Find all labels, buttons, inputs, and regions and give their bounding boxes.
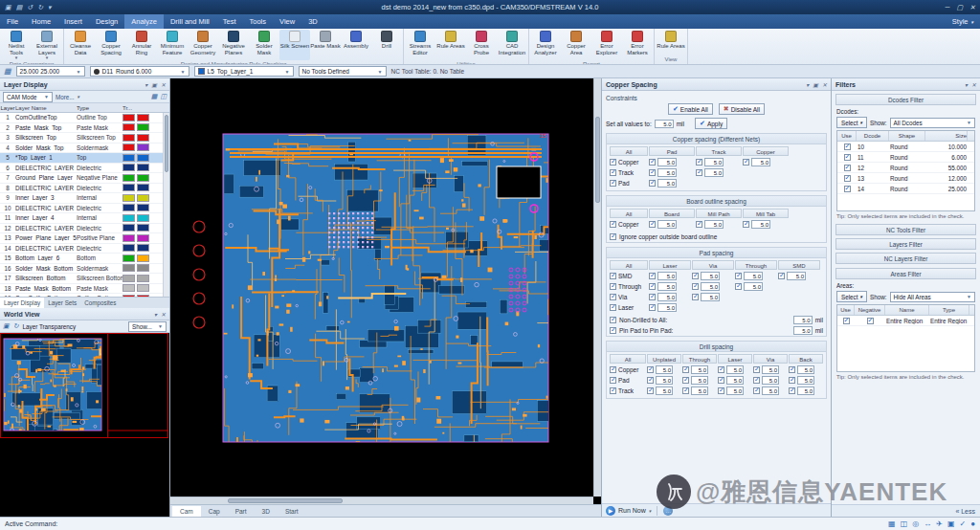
spacing-value-cell[interactable]: 5.0: [735, 272, 777, 280]
menu-item-test[interactable]: Test: [216, 14, 243, 29]
pin-pad-value-input[interactable]: 5.0: [793, 326, 813, 335]
layer-type[interactable]: Paste Mask: [77, 124, 122, 131]
dcode-row[interactable]: 11 Round 6.000: [837, 152, 974, 163]
layer-frame-color-swatch[interactable]: [137, 184, 149, 191]
spacing-value-cell[interactable]: 5.0: [696, 220, 742, 229]
spacing-value-cell[interactable]: 5.0: [735, 282, 777, 291]
layer-panel-tab[interactable]: Layer Display: [0, 298, 44, 308]
layer-row[interactable]: 14 DIELECTRIC_LAYER Dielectric: [0, 244, 169, 254]
checkbox[interactable]: [649, 221, 656, 228]
layer-name[interactable]: Paste_Mask_Bottom: [15, 285, 77, 292]
panel-close-icon[interactable]: ✕: [971, 81, 976, 88]
vertical-scrollbar[interactable]: [593, 78, 601, 497]
layer-type[interactable]: Silkscreen Bottom: [77, 275, 122, 281]
spacing-value-cell[interactable]: 5.0: [696, 158, 742, 166]
spacing-value-input[interactable]: 5.0: [726, 386, 744, 395]
spacing-value-input[interactable]: 5.0: [726, 365, 744, 374]
layer-color-swatch[interactable]: [122, 295, 135, 297]
matrix-column-header[interactable]: Pad: [649, 146, 695, 156]
layer-colors-icon[interactable]: ◫: [160, 93, 167, 100]
spacing-value-cell[interactable]: 5.0: [647, 376, 681, 385]
layer-frame-color-swatch[interactable]: [137, 264, 149, 272]
spacing-value-cell[interactable]: 5.0: [718, 365, 752, 374]
dcodes-filter-header[interactable]: Dcodes Filter: [835, 94, 976, 105]
menu-item-analyze[interactable]: Analyze: [124, 14, 164, 29]
menu-item-view[interactable]: View: [273, 14, 301, 29]
spacing-value-input[interactable]: 5.0: [797, 376, 814, 385]
dcode-row[interactable]: 13 Round 12.000: [837, 173, 974, 184]
layer-type[interactable]: Negative Plane: [77, 174, 122, 181]
spacing-value-cell[interactable]: 5.0: [682, 376, 717, 385]
layer-row[interactable]: 1 ComOutlineTop Outline Top: [0, 113, 169, 123]
apply-button[interactable]: ✔Apply: [695, 118, 727, 129]
checkbox[interactable]: [789, 366, 795, 373]
grid-settings-icon[interactable]: ▦: [4, 67, 11, 76]
spacing-value-cell[interactable]: 5.0: [649, 272, 691, 280]
layer-name[interactable]: Silkscreen_Bottom: [15, 275, 77, 281]
layer-panel-tab[interactable]: Layer Sets: [44, 298, 80, 308]
checkbox[interactable]: [743, 221, 749, 228]
checkbox[interactable]: [647, 387, 654, 394]
layer-row[interactable]: 11 Inner_Layer_4 Internal: [0, 213, 169, 224]
ignore-copper-outside-checkbox[interactable]: Ignore copper outside board outline: [607, 232, 826, 242]
matrix-column-header[interactable]: Unplated: [647, 354, 681, 364]
layer-color-swatch[interactable]: [122, 204, 135, 211]
checkbox[interactable]: [682, 366, 689, 373]
layer-frame-color-swatch[interactable]: [137, 224, 149, 232]
checkbox[interactable]: [647, 377, 654, 384]
spacing-value-input[interactable]: 5.0: [657, 272, 677, 280]
layer-transparency-label[interactable]: Layer Transparency: [23, 323, 77, 330]
layer-frame-color-swatch[interactable]: [137, 295, 149, 297]
checkbox[interactable]: [844, 165, 851, 171]
layer-frame-color-swatch[interactable]: [137, 123, 149, 131]
ribbon-button-cleanse-data[interactable]: Cleanse Data: [65, 30, 96, 60]
matrix-row-label[interactable]: Copper: [610, 221, 648, 228]
spacing-value-input[interactable]: 5.0: [726, 376, 744, 385]
spacing-value-cell[interactable]: 5.0: [682, 386, 717, 395]
layer-name[interactable]: ComOutlineTop: [15, 114, 77, 121]
column-header[interactable]: Type: [77, 105, 122, 111]
spacing-value-cell[interactable]: 5.0: [778, 272, 820, 280]
layer-color-swatch[interactable]: [122, 264, 135, 272]
style-menu[interactable]: Style: [952, 17, 969, 26]
spacing-value-input[interactable]: 5.0: [656, 365, 673, 374]
matrix-column-header[interactable]: Mill Tab: [743, 209, 789, 218]
checkbox[interactable]: [649, 273, 656, 279]
ribbon-button-streams-editor[interactable]: Streams Editor: [405, 30, 435, 60]
layer-color-swatch[interactable]: [122, 244, 135, 252]
spacing-value-input[interactable]: 5.0: [691, 365, 708, 374]
layer-type[interactable]: Internal: [77, 214, 122, 221]
view-tab[interactable]: Part: [228, 506, 255, 517]
ribbon-button-paste-mask[interactable]: Paste Mask: [310, 30, 341, 60]
layer-name[interactable]: Paste_Mask_Top: [15, 124, 77, 131]
spacing-value-cell[interactable]: 5.0: [692, 282, 734, 291]
spacing-value-input[interactable]: 5.0: [762, 365, 779, 374]
column-header[interactable]: Shape: [889, 131, 925, 141]
less-button[interactable]: « Less: [832, 504, 980, 517]
dcode-row[interactable]: 12 Round 55.000: [837, 163, 974, 173]
non-drilled-value-input[interactable]: 5.0: [793, 316, 813, 324]
checkbox[interactable]: [753, 366, 760, 373]
panel-close-icon[interactable]: ✕: [161, 311, 166, 318]
ribbon-button-netlist-tools[interactable]: Netlist Tools▾: [1, 30, 32, 60]
checkbox[interactable]: [843, 318, 850, 324]
layer-type[interactable]: Outline Bottom: [77, 295, 122, 297]
more-button[interactable]: More...: [56, 94, 75, 100]
layer-row[interactable]: 5 *Top_Layer_1 Top: [0, 153, 169, 164]
layer-table-icon[interactable]: ▦: [151, 93, 158, 100]
layer-row[interactable]: 9 Inner_Layer_3 Internal: [0, 193, 169, 204]
spacing-value-cell[interactable]: 5.0: [743, 220, 789, 229]
spacing-value-input[interactable]: 5.0: [657, 168, 677, 177]
spacing-value-cell[interactable]: 5.0: [649, 179, 695, 188]
layer-name[interactable]: Inner_Layer_4: [15, 214, 77, 221]
layer-color-swatch[interactable]: [122, 275, 135, 282]
view-tab[interactable]: Start: [278, 506, 306, 517]
spacing-value-input[interactable]: 5.0: [701, 272, 720, 280]
matrix-row-label[interactable]: SMD: [610, 273, 648, 279]
matrix-column-header[interactable]: Via: [692, 260, 734, 270]
layer-color-swatch[interactable]: [122, 134, 135, 142]
checkbox[interactable]: [610, 169, 616, 176]
matrix-row-label[interactable]: Track: [610, 169, 648, 176]
layer-name[interactable]: DIELECTRIC_LAYER: [15, 165, 77, 171]
menu-item-drill-and-mill[interactable]: Drill and Mill: [164, 14, 216, 29]
